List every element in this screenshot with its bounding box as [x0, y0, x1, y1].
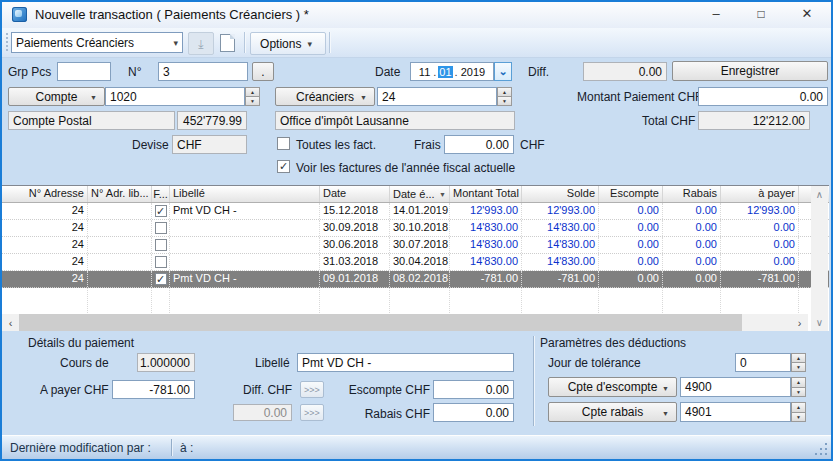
table-row[interactable]: 24 30.06.2018 30.07.2018 14'830.00 14'83… [2, 237, 829, 254]
cell-solde[interactable]: 14'830.00 [522, 220, 599, 236]
row-checkbox[interactable] [155, 256, 167, 268]
cell-libelle[interactable]: Pmt VD CH - [170, 271, 320, 287]
col-header-a-payer[interactable]: à payer [721, 186, 799, 202]
scroll-right-icon[interactable]: › [791, 314, 808, 331]
col-header-f[interactable]: F... [152, 186, 170, 202]
maximize-button[interactable]: □ [739, 2, 783, 25]
compte-dropdown-button[interactable]: Compte ▼ [8, 87, 105, 106]
save-button[interactable]: Enregistrer [672, 61, 828, 81]
table-row[interactable]: 24 31.03.2018 30.04.2018 14'830.00 14'83… [2, 254, 829, 271]
minimize-button[interactable]: – [694, 2, 738, 25]
jour-tolerance-input[interactable]: 0 [735, 353, 791, 372]
spin-up-icon[interactable]: ▲ [791, 353, 806, 363]
col-header-date[interactable]: Date [320, 186, 390, 202]
close-button[interactable]: ✕ [784, 2, 830, 25]
cell-montant-total[interactable]: -781.00 [450, 271, 522, 287]
date-day[interactable]: 11 [418, 66, 431, 78]
cell-montant-total[interactable]: 12'993.00 [450, 203, 522, 219]
frais-input[interactable]: 0.00 [444, 135, 514, 154]
cell-montant-total[interactable]: 14'830.00 [450, 254, 522, 270]
vertical-scrollbar[interactable]: ∧ ∨ [811, 186, 828, 331]
spin-down-icon[interactable]: ▼ [245, 97, 260, 106]
a-payer-input[interactable]: -781.00 [112, 380, 195, 399]
creanciers-spinner[interactable]: ▲ ▼ [497, 87, 512, 106]
cell-facture[interactable] [152, 254, 170, 270]
numero-input[interactable]: 3 [158, 62, 248, 81]
spin-down-icon[interactable]: ▼ [791, 363, 806, 372]
cell-date-echeance[interactable]: 30.10.2018 [390, 220, 450, 236]
toutes-fact-checkbox[interactable] [277, 137, 290, 150]
transfer-escompte-button[interactable]: >>> [300, 381, 324, 398]
cpte-escompte-dropdown-button[interactable]: Cpte d'escompte ▼ [548, 377, 677, 397]
cell-adr-libre[interactable] [88, 203, 152, 219]
spin-up-icon[interactable]: ▲ [497, 87, 512, 97]
col-header-escompte[interactable]: Escompte [599, 186, 663, 202]
horizontal-scrollbar[interactable]: ‹ › [2, 314, 808, 331]
cell-montant-total[interactable]: 14'830.00 [450, 237, 522, 253]
cell-escompte[interactable]: 0.00 [599, 220, 663, 236]
cell-adresse[interactable]: 24 [2, 203, 88, 219]
cell-facture[interactable]: ✓ [152, 271, 170, 287]
col-header-montant-total[interactable]: Montant Total [450, 186, 522, 202]
cell-date[interactable]: 09.01.2018 [320, 271, 390, 287]
row-checkbox[interactable] [155, 222, 167, 234]
cell-solde[interactable]: 12'993.00 [522, 203, 599, 219]
cell-libelle[interactable] [170, 220, 320, 236]
cpte-rabais-spinner[interactable]: ▲ ▼ [791, 402, 806, 422]
col-header-libelle[interactable]: Libellé [170, 186, 320, 202]
row-checkbox[interactable] [155, 239, 167, 251]
cell-rabais[interactable]: 0.00 [663, 203, 721, 219]
cell-rabais[interactable]: 0.00 [663, 271, 721, 287]
spin-up-icon[interactable]: ▲ [791, 377, 806, 388]
scroll-left-icon[interactable]: ‹ [2, 314, 19, 331]
import-button[interactable]: ⤓ [188, 32, 214, 55]
spin-down-icon[interactable]: ▼ [791, 388, 806, 398]
cell-date[interactable]: 30.06.2018 [320, 237, 390, 253]
cell-escompte[interactable]: 0.00 [599, 203, 663, 219]
cell-a-payer[interactable]: 0.00 [721, 237, 799, 253]
cell-libelle[interactable] [170, 237, 320, 253]
col-header-date-echeance[interactable]: Date é... ▼ [390, 186, 450, 202]
escompte-chf-input[interactable]: 0.00 [433, 380, 514, 399]
toolbar-grip[interactable] [5, 32, 9, 53]
table-row[interactable]: 24 30.09.2018 30.10.2018 14'830.00 14'83… [2, 220, 829, 237]
cell-date[interactable]: 30.09.2018 [320, 220, 390, 236]
montant-paiement-input[interactable]: 0.00 [698, 87, 828, 106]
cell-adr-libre[interactable] [88, 237, 152, 253]
cell-date-echeance[interactable]: 30.07.2018 [390, 237, 450, 253]
cell-adresse[interactable]: 24 [2, 254, 88, 270]
cell-rabais[interactable]: 0.00 [663, 237, 721, 253]
jour-tolerance-spinner[interactable]: ▲ ▼ [791, 353, 806, 372]
transfer-rabais-button[interactable]: >>> [300, 404, 324, 421]
new-document-button[interactable] [215, 32, 239, 53]
date-dropdown-button[interactable]: ⌄ [494, 62, 512, 81]
options-button[interactable]: Options ▾ [250, 32, 326, 55]
cell-a-payer[interactable]: 0.00 [721, 220, 799, 236]
date-month-selected[interactable]: 01 [438, 66, 452, 78]
cell-facture[interactable] [152, 220, 170, 236]
cell-solde[interactable]: 14'830.00 [522, 254, 599, 270]
compte-input[interactable]: 1020 [105, 87, 245, 106]
grp-pcs-input[interactable] [57, 62, 111, 81]
cell-rabais[interactable]: 0.00 [663, 254, 721, 270]
cell-a-payer[interactable]: -781.00 [721, 271, 799, 287]
cpte-rabais-dropdown-button[interactable]: Cpte rabais ▼ [548, 402, 677, 422]
cell-libelle[interactable] [170, 254, 320, 270]
cell-date[interactable]: 31.03.2018 [320, 254, 390, 270]
scroll-up-icon[interactable]: ∧ [811, 186, 828, 203]
spin-up-icon[interactable]: ▲ [791, 402, 806, 413]
table-row-selected[interactable]: 24 ✓ Pmt VD CH - 09.01.2018 08.02.2018 -… [2, 271, 829, 288]
scrollbar-thumb[interactable] [19, 314, 742, 331]
cell-adresse[interactable]: 24 [2, 237, 88, 253]
cell-date-echeance[interactable]: 14.01.2019 [390, 203, 450, 219]
cell-escompte[interactable]: 0.00 [599, 237, 663, 253]
cell-date-echeance[interactable]: 30.04.2018 [390, 254, 450, 270]
spin-down-icon[interactable]: ▼ [791, 413, 806, 423]
cell-adr-libre[interactable] [88, 254, 152, 270]
table-row[interactable]: 24 ✓ Pmt VD CH - 15.12.2018 14.01.2019 1… [2, 203, 829, 220]
col-header-solde[interactable]: Solde [522, 186, 599, 202]
cpte-rabais-input[interactable]: 4901 [680, 402, 791, 422]
cpte-escompte-spinner[interactable]: ▲ ▼ [791, 377, 806, 397]
creanciers-dropdown-button[interactable]: Créanciers ▼ [275, 87, 375, 106]
date-year[interactable]: 2019 [460, 66, 486, 78]
